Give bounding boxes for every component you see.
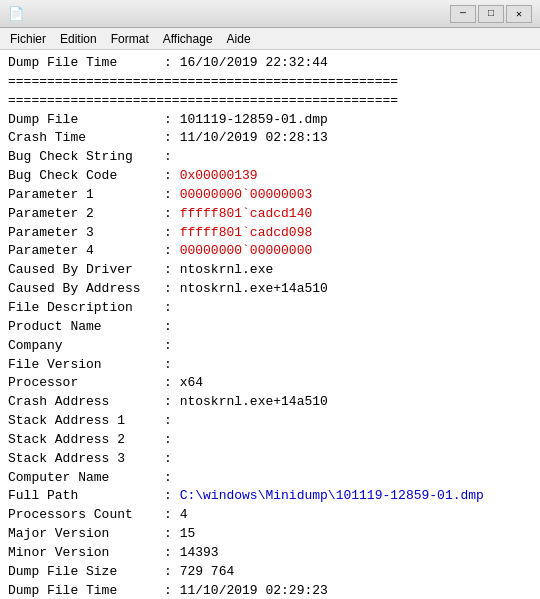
row-key: Company : <box>8 338 180 353</box>
row-key: Dump File Size : <box>8 564 180 579</box>
row-value: x64 <box>180 375 203 390</box>
minimize-button[interactable]: ─ <box>450 5 476 23</box>
row-key: File Version : <box>8 357 180 372</box>
content-row: Stack Address 2 : <box>8 431 532 450</box>
content-row: Crash Time : 11/10/2019 02:28:13 <box>8 129 532 148</box>
menu-item-affichage[interactable]: Affichage <box>157 30 219 48</box>
content-row: Dump File Size : 729 764 <box>8 563 532 582</box>
row-value: 0x00000139 <box>180 168 258 183</box>
row-key: Processor : <box>8 375 180 390</box>
title-bar-icon: 📄 <box>8 6 24 22</box>
row-value: 729 764 <box>180 564 235 579</box>
row-value: ntoskrnl.exe+14a510 <box>180 281 328 296</box>
row-value: ntoskrnl.exe <box>180 262 274 277</box>
title-bar-controls: ─ □ ✕ <box>450 5 532 23</box>
row-key: Stack Address 1 : <box>8 413 180 428</box>
menu-item-edition[interactable]: Edition <box>54 30 103 48</box>
row-key: Full Path : <box>8 488 180 503</box>
content-row: Processor : x64 <box>8 374 532 393</box>
maximize-button[interactable]: □ <box>478 5 504 23</box>
content-row: Minor Version : 14393 <box>8 544 532 563</box>
content-row: File Description : <box>8 299 532 318</box>
row-value: 15 <box>180 526 196 541</box>
row-key: Computer Name : <box>8 470 180 485</box>
menu-item-aide[interactable]: Aide <box>221 30 257 48</box>
row-key: Parameter 3 : <box>8 225 180 240</box>
row-key: Crash Address : <box>8 394 180 409</box>
row-value: fffff801`cadcd098 <box>180 225 313 240</box>
content-row: Stack Address 3 : <box>8 450 532 469</box>
content-line: Dump File Time : 16/10/2019 22:32:44 <box>8 54 532 73</box>
content-row: Parameter 4 : 00000000`00000000 <box>8 242 532 261</box>
content-area: Dump File Time : 16/10/2019 22:32:44====… <box>0 50 540 599</box>
row-value: C:\windows\Minidump\101119-12859-01.dmp <box>180 488 484 503</box>
row-value: ntoskrnl.exe+14a510 <box>180 394 328 409</box>
content-row: Caused By Driver : ntoskrnl.exe <box>8 261 532 280</box>
content-row: Bug Check Code : 0x00000139 <box>8 167 532 186</box>
row-value: 101119-12859-01.dmp <box>180 112 328 127</box>
content-row: Caused By Address : ntoskrnl.exe+14a510 <box>8 280 532 299</box>
row-key: Dump File Time : <box>8 583 180 598</box>
row-key: Major Version : <box>8 526 180 541</box>
content-row: Computer Name : <box>8 469 532 488</box>
content-row: Parameter 2 : fffff801`cadcd140 <box>8 205 532 224</box>
content-row: Product Name : <box>8 318 532 337</box>
content-row: Stack Address 1 : <box>8 412 532 431</box>
content-row: Processors Count : 4 <box>8 506 532 525</box>
menu-item-format[interactable]: Format <box>105 30 155 48</box>
content-line: ========================================… <box>8 92 532 111</box>
row-key: Bug Check Code : <box>8 168 180 183</box>
content-row: File Version : <box>8 356 532 375</box>
row-key: Caused By Driver : <box>8 262 180 277</box>
close-button[interactable]: ✕ <box>506 5 532 23</box>
row-key: Stack Address 3 : <box>8 451 180 466</box>
row-value: fffff801`cadcd140 <box>180 206 313 221</box>
row-key: Bug Check String : <box>8 149 180 164</box>
row-key: Stack Address 2 : <box>8 432 180 447</box>
content-row: Full Path : C:\windows\Minidump\101119-1… <box>8 487 532 506</box>
row-key: Product Name : <box>8 319 180 334</box>
content-row: Parameter 3 : fffff801`cadcd098 <box>8 224 532 243</box>
row-key: Parameter 2 : <box>8 206 180 221</box>
row-key: Processors Count : <box>8 507 180 522</box>
row-key: Caused By Address : <box>8 281 180 296</box>
menu-bar: FichierEditionFormatAffichageAide <box>0 28 540 50</box>
row-key: Crash Time : <box>8 130 180 145</box>
content-row: Bug Check String : <box>8 148 532 167</box>
content-row: Crash Address : ntoskrnl.exe+14a510 <box>8 393 532 412</box>
content-row: Company : <box>8 337 532 356</box>
content-row: Dump File Time : 11/10/2019 02:29:23 <box>8 582 532 599</box>
row-value: 11/10/2019 02:29:23 <box>180 583 328 598</box>
content-row: Parameter 1 : 00000000`00000003 <box>8 186 532 205</box>
row-value: 14393 <box>180 545 219 560</box>
title-bar: 📄 ─ □ ✕ <box>0 0 540 28</box>
row-key: Minor Version : <box>8 545 180 560</box>
content-row: Major Version : 15 <box>8 525 532 544</box>
content-line: ========================================… <box>8 73 532 92</box>
row-value: 11/10/2019 02:28:13 <box>180 130 328 145</box>
row-key: File Description : <box>8 300 180 315</box>
content-row: Dump File : 101119-12859-01.dmp <box>8 111 532 130</box>
row-value: 00000000`00000000 <box>180 243 313 258</box>
row-value: 00000000`00000003 <box>180 187 313 202</box>
row-key: Parameter 1 : <box>8 187 180 202</box>
menu-item-fichier[interactable]: Fichier <box>4 30 52 48</box>
row-key: Parameter 4 : <box>8 243 180 258</box>
row-value: 4 <box>180 507 188 522</box>
row-key: Dump File : <box>8 112 180 127</box>
